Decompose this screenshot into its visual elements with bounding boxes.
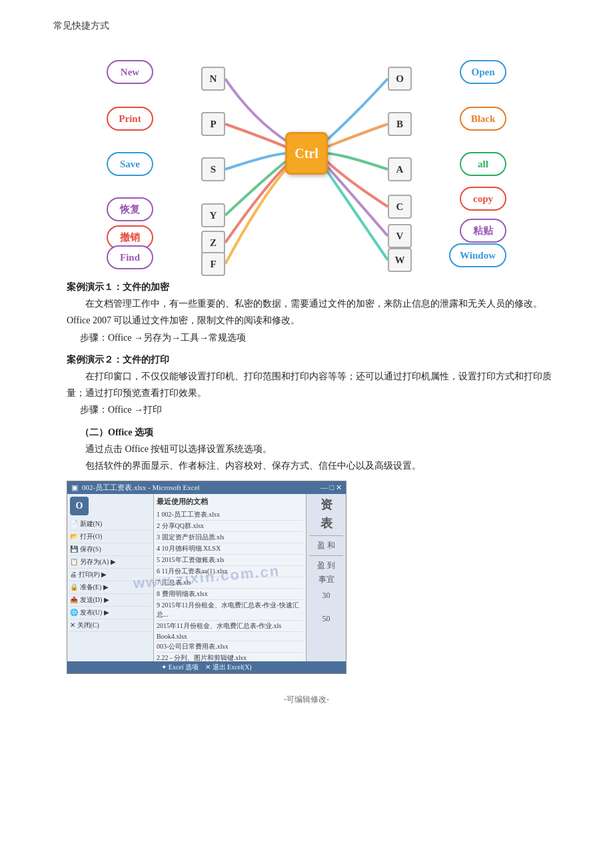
page-footer: -可编辑修改- (53, 694, 560, 705)
case1-section: 案例演示１：文件的加密 在文档管理工作中，有一些重要的、私密的数据，需要通过文件… (53, 279, 560, 346)
label-black: Black (460, 107, 506, 131)
key-p: P (201, 112, 225, 136)
office-options-body2: 包括软件的界面显示、作者标注、内容校对、保存方式、信任中心以及高级设置。 (67, 457, 560, 474)
office-options-body1: 通过点击 Office 按钮可以选择设置系统选项。 (67, 441, 560, 457)
sidebar-item-send[interactable]: 📤 发送(D) ▶ (70, 594, 151, 607)
right-num-30: 30 (322, 591, 330, 601)
right-label-4: 盈 到 (317, 560, 335, 571)
right-num-50: 50 (322, 614, 330, 624)
key-z: Z (201, 231, 225, 255)
right-label-3: 盈 和 (317, 540, 335, 551)
key-s: S (201, 157, 225, 181)
excel-exit-btn[interactable]: ✕ 退出 Excel(X) (205, 663, 252, 672)
mindmap-container: Ctrl New Print Save 恢复 撤销 Find N P S Y Z… (100, 40, 513, 267)
excel-right-panel: 资 表 盈 和 盈 到 事宜 30 50 (306, 494, 346, 661)
excel-file-10[interactable]: 2015年11月份租金、水电费汇总表-作业.xls (157, 621, 303, 632)
case2-body: 在打印窗口，不仅仅能够设置打印机、打印范围和打印内容等等；还可以通过打印机属性，… (67, 368, 560, 401)
right-label-1: 资 (320, 497, 332, 513)
label-copy: copy (460, 187, 506, 211)
label-find: Find (107, 245, 153, 269)
excel-file-3[interactable]: 3 固定资产折旧品质.xls (157, 532, 303, 543)
excel-file-list: 1 002-员工工资表.xlsx 2 分享QQ群.xlsx 3 固定资产折旧品质… (157, 509, 303, 661)
case2-section: 案例演示２：文件的打印 在打印窗口，不仅仅能够设置打印机、打印范围和打印内容等等… (53, 351, 560, 419)
label-window: Window (449, 243, 506, 267)
right-label-2: 表 (320, 515, 332, 531)
sidebar-item-save[interactable]: 💾 保存(S) (70, 543, 151, 556)
excel-screenshot: ▣ 002-员工工资表.xlsx - Microsoft Excel — □ ✕… (67, 481, 346, 674)
sidebar-item-new[interactable]: 📄 新建(N) (70, 518, 151, 531)
sidebar-item-prepare[interactable]: 🔒 准备(E) ▶ (70, 581, 151, 594)
excel-title-text: 002-员工工资表.xlsx - Microsoft Excel (82, 483, 200, 493)
label-all: all (460, 152, 506, 176)
key-c: C (388, 195, 412, 219)
case2-title: 案例演示２：文件的打印 (67, 351, 560, 368)
excel-footer: ✦ Excel 选项 ✕ 退出 Excel(X) (67, 661, 346, 673)
excel-sidebar: O 📄 新建(N) 📂 打开(O) 💾 保存(S) 📋 另存为(A) ▶ 🖨 打… (67, 494, 154, 661)
excel-file-8[interactable]: 8 费用明细表.xlsx (157, 589, 303, 600)
key-v: V (388, 224, 412, 248)
excel-file-4[interactable]: 4 10月德科明细.XLSX (157, 543, 303, 555)
label-open: Open (460, 60, 506, 84)
sidebar-item-open[interactable]: 📂 打开(O) (70, 531, 151, 543)
case2-step: 步骤：Office →打印 (80, 401, 560, 418)
sidebar-item-close[interactable]: ✕ 关闭(C) (70, 619, 151, 632)
key-b: B (388, 112, 412, 136)
excel-file-2[interactable]: 2 分享QQ群.xlsx (157, 521, 303, 532)
excel-file-12[interactable]: 003-公司日常费用表.xlsx (157, 641, 303, 653)
case1-step-value: Office →另存为→工具→常规选项 (108, 333, 246, 343)
excel-options-btn[interactable]: ✦ Excel 选项 (161, 663, 199, 672)
excel-titlebar: ▣ 002-员工工资表.xlsx - Microsoft Excel — □ ✕ (67, 481, 346, 494)
key-y: Y (201, 203, 225, 227)
key-w: W (388, 248, 412, 272)
ctrl-key: Ctrl (285, 132, 328, 175)
case1-step: 步骤：Office →另存为→工具→常规选项 (80, 329, 560, 346)
excel-file-6[interactable]: 6 11月份工资表aa(1).xlsx (157, 566, 303, 577)
sidebar-item-publish[interactable]: 🌐 发布(U) ▶ (70, 607, 151, 619)
excel-file-13[interactable]: 2.22 - 分列、图片和剪辑键.xlsx (157, 653, 303, 661)
sidebar-item-print[interactable]: 🖨 打印(P) ▶ (70, 569, 151, 581)
key-a: A (388, 157, 412, 181)
excel-file-5[interactable]: 5 2015年工资做账表.xls (157, 555, 303, 566)
case1-body: 在文档管理工作中，有一些重要的、私密的数据，需要通过文件的加密，来防止信息的泄露… (67, 295, 560, 329)
case1-step-label: 步骤： (80, 333, 108, 343)
excel-file-1[interactable]: 1 002-员工工资表.xlsx (157, 509, 303, 521)
key-o: O (388, 67, 412, 91)
key-n: N (201, 67, 225, 91)
excel-main: 最近使用的文档 1 002-员工工资表.xlsx 2 分享QQ群.xlsx 3 … (154, 494, 306, 661)
excel-file-11[interactable]: Book4.xlsx (157, 632, 303, 641)
label-new: New (107, 60, 153, 84)
excel-recent-title: 最近使用的文档 (157, 497, 303, 507)
right-label-5: 事宜 (318, 574, 334, 585)
key-f: F (201, 252, 225, 276)
excel-file-7[interactable]: 7 汇总表.xls (157, 577, 303, 589)
excel-file-9[interactable]: 9 2015年11月份租金、水电费汇总表-作业-快速汇总... (157, 600, 303, 621)
office-options-title: （二）Office 选项 (80, 424, 560, 441)
case1-title: 案例演示１：文件的加密 (67, 279, 560, 295)
page-title: 常见快捷方式 (53, 20, 560, 32)
case2-step-value: Office →打印 (108, 405, 162, 415)
sidebar-item-saveas[interactable]: 📋 另存为(A) ▶ (70, 556, 151, 569)
case2-step-label: 步骤： (80, 405, 108, 415)
label-paste: 粘贴 (460, 219, 506, 243)
label-huifu: 恢复 (107, 197, 153, 221)
label-save: Save (107, 152, 153, 176)
office-options-section: （二）Office 选项 通过点击 Office 按钮可以选择设置系统选项。 包… (53, 424, 560, 475)
label-print: Print (107, 107, 153, 131)
